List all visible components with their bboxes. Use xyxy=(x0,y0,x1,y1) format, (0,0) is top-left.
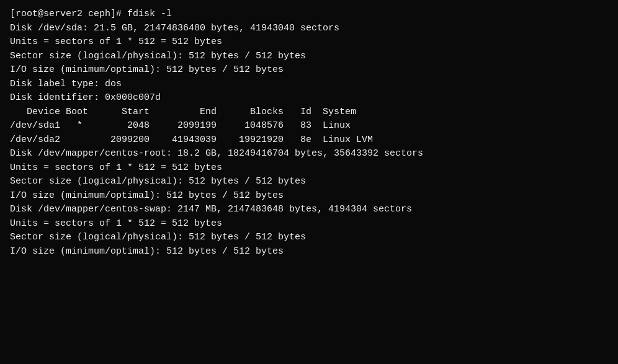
terminal-line-8: Device Boot Start End Blocks Id System xyxy=(10,105,608,120)
terminal-line-3: Sector size (logical/physical): 512 byte… xyxy=(10,50,608,64)
terminal: [root@server2 ceph]# fdisk -l Disk /dev/… xyxy=(10,7,608,259)
terminal-line-15: I/O size (minimum/optimal): 512 bytes / … xyxy=(10,189,608,203)
terminal-line-21: I/O size (minimum/optimal): 512 bytes / … xyxy=(10,245,608,259)
terminal-line-5: Disk label type: dos xyxy=(10,78,608,92)
command-prompt: [root@server2 ceph]# fdisk -l xyxy=(10,7,608,22)
terminal-line-12: Disk /dev/mapper/centos-root: 18.2 GB, 1… xyxy=(10,147,608,161)
terminal-line-18: Disk /dev/mapper/centos-swap: 2147 MB, 2… xyxy=(10,203,608,217)
terminal-line-2: Units = sectors of 1 * 512 = 512 bytes xyxy=(10,35,608,50)
terminal-line-14: Sector size (logical/physical): 512 byte… xyxy=(10,175,608,189)
terminal-line-19: Units = sectors of 1 * 512 = 512 bytes xyxy=(10,217,608,231)
terminal-line-6: Disk identifier: 0x000c007d xyxy=(10,91,608,105)
terminal-line-9: /dev/sda1 * 2048 2099199 1048576 83 Linu… xyxy=(10,119,608,133)
terminal-line-4: I/O size (minimum/optimal): 512 bytes / … xyxy=(10,63,608,78)
terminal-line-13: Units = sectors of 1 * 512 = 512 bytes xyxy=(10,161,608,175)
terminal-line-10: /dev/sda2 2099200 41943039 19921920 8e L… xyxy=(10,133,608,148)
terminal-line-20: Sector size (logical/physical): 512 byte… xyxy=(10,231,608,245)
terminal-line-1: Disk /dev/sda: 21.5 GB, 21474836480 byte… xyxy=(10,22,608,36)
